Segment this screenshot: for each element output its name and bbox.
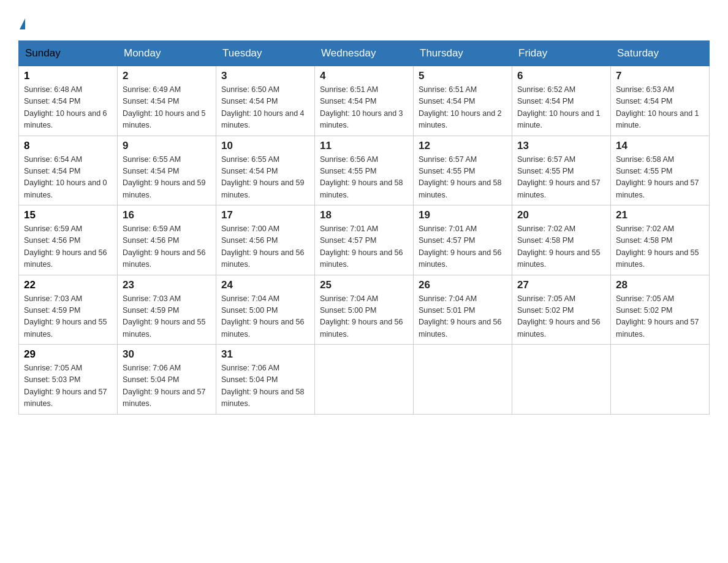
calendar-cell: 28Sunrise: 7:05 AMSunset: 5:02 PMDayligh…: [611, 275, 710, 345]
day-number: 1: [24, 70, 112, 82]
calendar-cell: 14Sunrise: 6:58 AMSunset: 4:55 PMDayligh…: [611, 136, 710, 205]
day-info: Sunrise: 6:53 AMSunset: 4:54 PMDaylight:…: [616, 84, 704, 132]
calendar-cell: 27Sunrise: 7:05 AMSunset: 5:02 PMDayligh…: [512, 275, 611, 345]
day-number: 13: [517, 140, 605, 152]
day-info: Sunrise: 7:05 AMSunset: 5:02 PMDaylight:…: [517, 293, 605, 341]
day-info: Sunrise: 6:51 AMSunset: 4:54 PMDaylight:…: [320, 84, 408, 132]
calendar-week-row: 22Sunrise: 7:03 AMSunset: 4:59 PMDayligh…: [19, 275, 710, 345]
day-info: Sunrise: 7:03 AMSunset: 4:59 PMDaylight:…: [123, 293, 211, 341]
calendar-cell: 7Sunrise: 6:53 AMSunset: 4:54 PMDaylight…: [611, 66, 710, 136]
calendar-cell: 3Sunrise: 6:50 AMSunset: 4:54 PMDaylight…: [216, 66, 315, 136]
day-info: Sunrise: 7:06 AMSunset: 5:04 PMDaylight:…: [123, 362, 211, 410]
day-info: Sunrise: 6:49 AMSunset: 4:54 PMDaylight:…: [123, 84, 211, 132]
calendar-cell: 26Sunrise: 7:04 AMSunset: 5:01 PMDayligh…: [414, 275, 512, 345]
day-info: Sunrise: 6:51 AMSunset: 4:54 PMDaylight:…: [419, 84, 507, 132]
calendar-cell: 6Sunrise: 6:52 AMSunset: 4:54 PMDaylight…: [512, 66, 611, 136]
day-number: 6: [517, 70, 605, 82]
day-info: Sunrise: 7:05 AMSunset: 5:03 PMDaylight:…: [24, 362, 112, 410]
day-number: 16: [123, 209, 211, 221]
day-number: 8: [24, 140, 112, 152]
weekday-header-monday: Monday: [118, 41, 216, 66]
calendar-cell: 15Sunrise: 6:59 AMSunset: 4:56 PMDayligh…: [19, 205, 118, 275]
day-info: Sunrise: 6:54 AMSunset: 4:54 PMDaylight:…: [24, 154, 112, 202]
day-info: Sunrise: 6:56 AMSunset: 4:55 PMDaylight:…: [320, 154, 408, 202]
calendar-cell: 23Sunrise: 7:03 AMSunset: 4:59 PMDayligh…: [118, 275, 216, 345]
calendar-cell: [414, 345, 512, 415]
day-number: 3: [221, 70, 309, 82]
day-info: Sunrise: 6:48 AMSunset: 4:54 PMDaylight:…: [24, 84, 112, 132]
calendar-cell: 25Sunrise: 7:04 AMSunset: 5:00 PMDayligh…: [315, 275, 414, 345]
day-info: Sunrise: 7:01 AMSunset: 4:57 PMDaylight:…: [320, 223, 408, 271]
weekday-header-wednesday: Wednesday: [315, 41, 414, 66]
calendar-table: SundayMondayTuesdayWednesdayThursdayFrid…: [18, 40, 710, 415]
weekday-header-sunday: Sunday: [19, 41, 118, 66]
day-number: 10: [221, 140, 309, 152]
weekday-header-thursday: Thursday: [414, 41, 512, 66]
day-number: 20: [517, 209, 605, 221]
day-number: 12: [419, 140, 507, 152]
day-number: 22: [24, 279, 112, 291]
calendar-cell: [315, 345, 414, 415]
calendar-cell: 13Sunrise: 6:57 AMSunset: 4:55 PMDayligh…: [512, 136, 611, 205]
day-info: Sunrise: 6:57 AMSunset: 4:55 PMDaylight:…: [517, 154, 605, 202]
day-info: Sunrise: 7:01 AMSunset: 4:57 PMDaylight:…: [419, 223, 507, 271]
day-number: 9: [123, 140, 211, 152]
calendar-cell: 30Sunrise: 7:06 AMSunset: 5:04 PMDayligh…: [118, 345, 216, 415]
day-number: 31: [221, 348, 309, 361]
calendar-cell: 4Sunrise: 6:51 AMSunset: 4:54 PMDaylight…: [315, 66, 414, 136]
calendar-week-row: 15Sunrise: 6:59 AMSunset: 4:56 PMDayligh…: [19, 205, 710, 275]
calendar-cell: 8Sunrise: 6:54 AMSunset: 4:54 PMDaylight…: [19, 136, 118, 205]
calendar-week-row: 8Sunrise: 6:54 AMSunset: 4:54 PMDaylight…: [19, 136, 710, 205]
day-number: 17: [221, 209, 309, 221]
day-info: Sunrise: 7:06 AMSunset: 5:04 PMDaylight:…: [221, 362, 309, 410]
calendar-cell: 19Sunrise: 7:01 AMSunset: 4:57 PMDayligh…: [414, 205, 512, 275]
day-info: Sunrise: 7:04 AMSunset: 5:00 PMDaylight:…: [221, 293, 309, 341]
day-number: 23: [123, 279, 211, 291]
day-number: 11: [320, 140, 408, 152]
day-info: Sunrise: 6:59 AMSunset: 4:56 PMDaylight:…: [123, 223, 211, 271]
calendar-cell: 29Sunrise: 7:05 AMSunset: 5:03 PMDayligh…: [19, 345, 118, 415]
day-number: 21: [616, 209, 704, 221]
day-info: Sunrise: 6:59 AMSunset: 4:56 PMDaylight:…: [24, 223, 112, 271]
day-info: Sunrise: 6:50 AMSunset: 4:54 PMDaylight:…: [221, 84, 309, 132]
day-info: Sunrise: 6:55 AMSunset: 4:54 PMDaylight:…: [123, 154, 211, 202]
day-info: Sunrise: 6:55 AMSunset: 4:54 PMDaylight:…: [221, 154, 309, 202]
calendar-cell: 1Sunrise: 6:48 AMSunset: 4:54 PMDaylight…: [19, 66, 118, 136]
day-number: 28: [616, 279, 704, 291]
day-number: 26: [419, 279, 507, 291]
day-number: 4: [320, 70, 408, 82]
day-info: Sunrise: 6:58 AMSunset: 4:55 PMDaylight:…: [616, 154, 704, 202]
day-number: 19: [419, 209, 507, 221]
day-info: Sunrise: 6:57 AMSunset: 4:55 PMDaylight:…: [419, 154, 507, 202]
day-info: Sunrise: 7:02 AMSunset: 4:58 PMDaylight:…: [517, 223, 605, 271]
calendar-cell: 21Sunrise: 7:02 AMSunset: 4:58 PMDayligh…: [611, 205, 710, 275]
day-info: Sunrise: 7:00 AMSunset: 4:56 PMDaylight:…: [221, 223, 309, 271]
day-info: Sunrise: 7:03 AMSunset: 4:59 PMDaylight:…: [24, 293, 112, 341]
calendar-cell: 16Sunrise: 6:59 AMSunset: 4:56 PMDayligh…: [118, 205, 216, 275]
day-number: 15: [24, 209, 112, 221]
calendar-week-row: 29Sunrise: 7:05 AMSunset: 5:03 PMDayligh…: [19, 345, 710, 415]
calendar-cell: 11Sunrise: 6:56 AMSunset: 4:55 PMDayligh…: [315, 136, 414, 205]
logo-triangle-icon: [20, 18, 25, 29]
calendar-cell: 12Sunrise: 6:57 AMSunset: 4:55 PMDayligh…: [414, 136, 512, 205]
logo: [18, 12, 25, 29]
calendar-cell: 22Sunrise: 7:03 AMSunset: 4:59 PMDayligh…: [19, 275, 118, 345]
calendar-cell: 17Sunrise: 7:00 AMSunset: 4:56 PMDayligh…: [216, 205, 315, 275]
day-info: Sunrise: 7:02 AMSunset: 4:58 PMDaylight:…: [616, 223, 704, 271]
day-number: 2: [123, 70, 211, 82]
calendar-cell: 9Sunrise: 6:55 AMSunset: 4:54 PMDaylight…: [118, 136, 216, 205]
day-number: 27: [517, 279, 605, 291]
day-info: Sunrise: 7:04 AMSunset: 5:01 PMDaylight:…: [419, 293, 507, 341]
day-number: 5: [419, 70, 507, 82]
calendar-cell: [611, 345, 710, 415]
day-info: Sunrise: 6:52 AMSunset: 4:54 PMDaylight:…: [517, 84, 605, 132]
calendar-cell: 24Sunrise: 7:04 AMSunset: 5:00 PMDayligh…: [216, 275, 315, 345]
weekday-header-row: SundayMondayTuesdayWednesdayThursdayFrid…: [19, 41, 710, 66]
day-number: 29: [24, 348, 112, 361]
calendar-cell: [512, 345, 611, 415]
calendar-cell: 31Sunrise: 7:06 AMSunset: 5:04 PMDayligh…: [216, 345, 315, 415]
calendar-cell: 20Sunrise: 7:02 AMSunset: 4:58 PMDayligh…: [512, 205, 611, 275]
day-number: 24: [221, 279, 309, 291]
header: [18, 12, 710, 29]
day-number: 18: [320, 209, 408, 221]
